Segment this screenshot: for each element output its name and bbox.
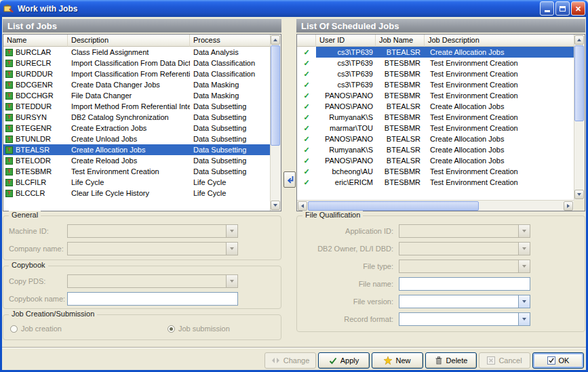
job-row[interactable]: BURECLRImport Classification From Data D… (3, 58, 270, 68)
table-cell (297, 112, 316, 123)
scheduled-check-icon (303, 81, 309, 89)
apply-button[interactable]: Apply (318, 352, 370, 369)
copybook-name-input[interactable] (67, 292, 238, 306)
job-row[interactable]: BTEDDURImport Method From Referential In… (3, 101, 270, 112)
scroll-up-button[interactable] (271, 35, 280, 45)
table-cell: BTESBMR (376, 123, 425, 133)
job-row[interactable]: BLCFILRLife CycleLife Cycle (3, 177, 270, 188)
column-header-description[interactable]: Description (68, 35, 190, 47)
scheduled-job-row[interactable]: PANOS\PANOBTEALSRCreate Allocation Jobs (297, 155, 574, 166)
job-type-icon (5, 92, 13, 100)
new-button[interactable]: New (372, 352, 423, 369)
scheduled-job-row[interactable]: cs3\TP639BTESBMRTest Environment Creatio… (297, 79, 574, 90)
scheduled-job-row[interactable]: cs3\TP639BTESBMRTest Environment Creatio… (297, 68, 574, 79)
scheduled-job-row[interactable]: cs3\TP639BTEALSRCreate Allocation Jobs (297, 47, 574, 58)
job-type-icon (5, 136, 13, 143)
table-cell (297, 79, 316, 90)
table-cell: Data Analysis (190, 47, 270, 58)
scroll-thumb[interactable] (271, 45, 280, 146)
scheduled-job-row[interactable]: eric\ERICMBTESBMRTest Environment Creati… (297, 177, 574, 188)
table-cell: BTESBMR (376, 112, 425, 123)
table-cell: bcheong\AU (316, 166, 376, 177)
scroll-up-button[interactable] (574, 35, 584, 45)
arrow-down-icon (230, 280, 234, 283)
scheduled-check-icon (303, 70, 309, 78)
table-cell: BTEALSR (3, 144, 68, 155)
job-type-icon (5, 103, 13, 110)
scroll-thumb[interactable] (308, 201, 479, 211)
column-header-status[interactable] (297, 35, 316, 47)
column-header-process[interactable]: Process (190, 35, 270, 47)
record-format-combo[interactable] (399, 312, 530, 326)
titlebar[interactable]: Work with Jobs (0, 0, 588, 17)
work-with-jobs-window: Work with Jobs List of Jobs List Of Sche… (0, 0, 588, 372)
scroll-thumb[interactable] (574, 45, 584, 121)
job-row[interactable]: BDCCHGRFile Data ChangerData Masking (3, 90, 270, 101)
table-cell: RumyanaK\S (316, 144, 376, 155)
scheduled-vertical-scrollbar[interactable] (574, 35, 585, 200)
scheduled-horizontal-scrollbar[interactable] (297, 200, 574, 211)
arrow-down-icon (522, 318, 526, 321)
job-name: BURCLAR (16, 47, 52, 58)
radio-label: Job submission (178, 325, 230, 333)
table-cell (297, 101, 316, 112)
table-cell: Data Subsetting (190, 112, 270, 123)
dropdown-arrow-icon[interactable] (518, 313, 530, 325)
scroll-left-button[interactable] (298, 201, 307, 211)
column-header-job-name[interactable]: Job Name (376, 35, 425, 47)
machine-id-combo (67, 224, 238, 238)
dropdown-arrow-icon[interactable] (518, 295, 530, 308)
scheduled-job-row[interactable]: RumyanaK\SBTESBMRTest Environment Creati… (297, 112, 574, 123)
table-cell: Test Environment Creation (425, 166, 574, 177)
group-title: File Qualification (302, 211, 363, 219)
table-cell: Create Allocation Jobs (425, 101, 574, 112)
minimize-button[interactable] (540, 1, 554, 16)
maximize-button[interactable] (555, 1, 570, 16)
job-row[interactable]: BURCLARClass Field AssignmentData Analys… (3, 47, 270, 58)
file-name-input[interactable] (399, 277, 530, 291)
job-row[interactable]: BLCCLRClear Life Cycle HistoryLife Cycle (3, 188, 270, 199)
application-id-combo (399, 224, 530, 238)
job-name: BTEGENR (16, 123, 52, 133)
table-cell: Import Classification From Data Diction.… (68, 58, 190, 68)
scheduled-job-row[interactable]: bcheong\AUBTESBMRTest Environment Creati… (297, 166, 574, 177)
schedule-job-button[interactable] (283, 171, 296, 188)
scroll-down-button[interactable] (574, 190, 584, 199)
job-row[interactable]: BURSYNDB2 Catalog SynchronizationData Su… (3, 112, 270, 123)
jobs-vertical-scrollbar[interactable] (270, 35, 281, 211)
table-cell (297, 123, 316, 133)
table-cell (297, 144, 316, 155)
table-cell: Create Allocation Jobs (425, 155, 574, 166)
ok-button[interactable]: OK (532, 352, 584, 369)
job-row[interactable]: BTEALSRCreate Allocation JobsData Subset… (3, 144, 270, 155)
scheduled-job-row[interactable]: RumyanaK\SBTEALSRCreate Allocation Jobs (297, 144, 574, 155)
scheduled-job-row[interactable]: PANOS\PANOBTEALSRCreate Allocation Jobs (297, 101, 574, 112)
job-row[interactable]: BTESBMRTest Environment CreationData Sub… (3, 166, 270, 177)
close-button[interactable] (571, 1, 585, 16)
job-row[interactable]: BTELODRCreate Reload JobsData Subsetting (3, 155, 270, 166)
job-row[interactable]: BDCGENRCreate Data Changer JobsData Mask… (3, 79, 270, 90)
scroll-down-button[interactable] (271, 201, 280, 210)
table-cell: BTESBMR (376, 58, 425, 68)
field-row: DB2 Owner, DL/I DBD: (302, 242, 579, 255)
scheduled-job-row[interactable]: PANOS\PANOBTEALSRCreate Allocation Jobs (297, 133, 574, 144)
job-row[interactable]: BTEGENRCreate Extraction JobsData Subset… (3, 123, 270, 133)
column-header-name[interactable]: Name (3, 35, 68, 47)
scroll-right-button[interactable] (564, 201, 573, 211)
job-row[interactable]: BURDDURImport Classification From Refere… (3, 68, 270, 79)
job-row[interactable]: BTUNLDRCreate Unload JobsData Subsetting (3, 133, 270, 144)
column-header-job-description[interactable]: Job Description (425, 35, 574, 47)
window-border (0, 15, 2, 372)
table-cell: Life Cycle (190, 188, 270, 199)
scheduled-job-row[interactable]: PANOS\PANOBTESBMRTest Environment Creati… (297, 90, 574, 101)
arrow-down-icon (577, 193, 581, 196)
scheduled-job-row[interactable]: cs3\TP639BTESBMRTest Environment Creatio… (297, 58, 574, 68)
column-header-user-id[interactable]: User ID (316, 35, 376, 47)
file-version-combo[interactable] (399, 295, 530, 308)
scheduled-job-row[interactable]: marmar\TOUBTESBMRTest Environment Creati… (297, 123, 574, 133)
combo-value (68, 225, 226, 237)
dropdown-arrow-icon (226, 225, 237, 237)
table-cell: Create Reload Jobs (68, 155, 190, 166)
delete-button[interactable]: Delete (425, 352, 477, 369)
job-type-icon (5, 81, 13, 89)
